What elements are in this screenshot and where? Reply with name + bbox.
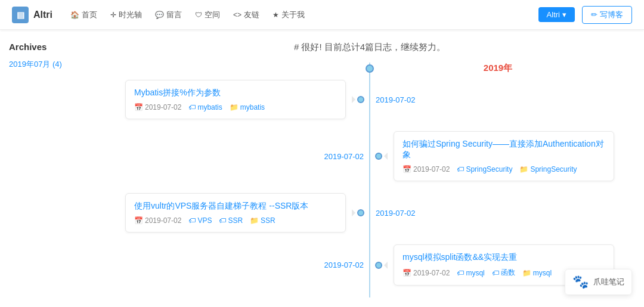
code-icon: <> [233,11,242,19]
post-date-icon-4: 📅 2019-07-02 [402,269,450,277]
timeline-icon: ✛ [110,11,116,19]
connector-4 [370,262,388,269]
user-dropdown-button[interactable]: Altri ▾ [538,7,575,22]
date-wrap-1: 2019-07-02 [370,95,596,104]
sidebar: Archives 2019年07月 (4) [0,30,95,307]
timeline-row-3: 使用vultr的VPS服务器自建梯子教程 --SSR版本 📅 2019-07-0… [125,193,614,232]
nav-right: Altri ▾ ✏ 写博客 [538,6,632,24]
post-meta-2: 📅 2019-07-02 🏷 SpringSecurity 📁 SpringSe… [402,165,605,173]
date-wrap-3: 2019-07-02 [370,209,596,218]
archives-title: Archives [9,42,86,52]
connector-2 [370,153,388,160]
timeline-row-2: 如何骗过Spring Security——直接添加Authentication对… [125,131,614,181]
nav-friends[interactable]: <>友链 [233,10,259,20]
timeline-date-4: 2019-07-02 [324,261,364,269]
nav-home-label: 首页 [82,10,97,20]
welcome-text: # 很好! 目前总计4篇日志，继续努力。 [294,42,445,52]
nav-logo[interactable]: ▤ Altri [12,7,52,23]
nav-home[interactable]: 🏠首页 [70,10,97,20]
card-wrap-3: 使用vultr的VPS服务器自建梯子教程 --SSR版本 📅 2019-07-0… [125,193,352,232]
watermark: 🐾 爪哇笔记 [565,269,632,295]
message-icon: 💬 [155,11,164,19]
sidebar-archive-2019-07[interactable]: 2019年07月 (4) [9,59,86,70]
nav-timeline-label: 时光轴 [119,10,142,20]
write-icon: ✏ [591,10,597,19]
connector-3 [352,209,370,216]
write-label: 写博客 [600,10,623,20]
post-meta-3: 📅 2019-07-02 🏷 VPS 🏷 SSR 📁 SSR [134,216,337,225]
timeline-date-3: 2019-07-02 [376,209,416,218]
timeline-dot-4 [375,262,382,269]
nav-message-label: 留言 [166,10,182,20]
home-icon: 🏠 [70,11,79,19]
post-tag-4-1[interactable]: 🏷 函数 [492,268,515,278]
post-tag-4-2[interactable]: 📁 mysql [522,269,552,277]
logo-text: Altri [33,10,52,20]
post-date-icon-1: 📅 2019-07-02 [134,103,181,111]
post-tag-3-2[interactable]: 📁 SSR [250,216,275,225]
connector-1 [352,96,370,103]
page-body: Archives 2019年07月 (4) # 很好! 目前总计4篇日志，继续努… [0,30,644,307]
post-title-3[interactable]: 使用vultr的VPS服务器自建梯子教程 --SSR版本 [134,201,337,212]
card-wrap-2: 如何骗过Spring Security——直接添加Authentication对… [388,131,614,181]
timeline-date-2: 2019-07-02 [324,152,364,161]
timeline-dot-3 [357,209,364,216]
paw-icon: 🐾 [572,274,589,290]
nav-friends-label: 友链 [244,10,259,20]
write-blog-button[interactable]: ✏ 写博客 [582,6,632,24]
date-wrap-4: 2019-07-02 [143,261,370,269]
post-tag-2-1[interactable]: 📁 SpringSecurity [519,165,577,173]
star-icon: ★ [273,11,279,19]
post-tag-4-0[interactable]: 🏷 mysql [457,269,484,277]
post-meta-1: 📅 2019-07-02 🏷 mybatis 📁 mybatis [134,103,337,111]
watermark-text: 爪哇笔记 [593,277,624,287]
date-wrap-2: 2019-07-02 [143,152,370,161]
timeline-row-1: Mybatis拼接%作为参数 📅 2019-07-02 🏷 mybatis 📁 … [125,80,614,119]
main-content: # 很好! 目前总计4篇日志，继续努力。 2019年 Mybatis拼接%作为参… [95,30,644,307]
timeline-date-1: 2019-07-02 [376,95,416,104]
nav-message[interactable]: 💬留言 [155,10,182,20]
welcome-bar: # 很好! 目前总计4篇日志，继续努力。 [107,36,632,63]
post-tag-3-1[interactable]: 🏷 SSR [219,216,243,225]
post-tag-1-0[interactable]: 🏷 mybatis [188,103,222,111]
year-label: 2019年 [484,63,512,74]
timeline-inner: 2019年 Mybatis拼接%作为参数 📅 2019-07-02 🏷 myba… [125,63,614,297]
post-tag-2-0[interactable]: 🏷 SpringSecurity [457,165,512,173]
timeline-row-4: mysql模拟split函数&&实现去重 📅 2019-07-02 🏷 mysq… [125,244,614,286]
post-tag-1-1[interactable]: 📁 mybatis [230,103,265,111]
logo-icon: ▤ [12,7,29,23]
post-card-1: Mybatis拼接%作为参数 📅 2019-07-02 🏷 mybatis 📁 … [125,80,346,119]
nav-space[interactable]: 🛡空间 [195,10,220,20]
dropdown-arrow-icon: ▾ [562,10,566,19]
card-wrap-1: Mybatis拼接%作为参数 📅 2019-07-02 🏷 mybatis 📁 … [125,80,352,119]
timeline-wrapper: 2019年 Mybatis拼接%作为参数 📅 2019-07-02 🏷 myba… [107,63,632,297]
post-title-1[interactable]: Mybatis拼接%作为参数 [134,88,337,98]
timeline-dot-1 [357,96,364,103]
year-marker: 2019年 [125,63,614,74]
nav-about[interactable]: ★关于我 [273,10,305,20]
post-card-2: 如何骗过Spring Security——直接添加Authentication对… [394,131,614,181]
user-label: Altri [547,10,560,19]
post-date-icon-2: 📅 2019-07-02 [402,165,450,173]
timeline-dot-2 [375,153,382,160]
space-icon: 🛡 [195,11,202,19]
post-tag-3-0[interactable]: 🏷 VPS [188,216,212,225]
post-title-4[interactable]: mysql模拟split函数&&实现去重 [402,252,605,263]
post-date-icon-3: 📅 2019-07-02 [134,216,181,225]
nav-about-label: 关于我 [281,10,305,20]
year-dot [366,64,374,73]
post-card-3: 使用vultr的VPS服务器自建梯子教程 --SSR版本 📅 2019-07-0… [125,193,346,232]
navbar: ▤ Altri 🏠首页 ✛时光轴 💬留言 🛡空间 <>友链 ★关于我 Altri… [0,0,644,30]
nav-space-label: 空间 [205,10,220,20]
post-title-2[interactable]: 如何骗过Spring Security——直接添加Authentication对… [402,139,605,160]
nav-links: 🏠首页 ✛时光轴 💬留言 🛡空间 <>友链 ★关于我 [70,10,538,20]
nav-timeline[interactable]: ✛时光轴 [110,10,142,20]
